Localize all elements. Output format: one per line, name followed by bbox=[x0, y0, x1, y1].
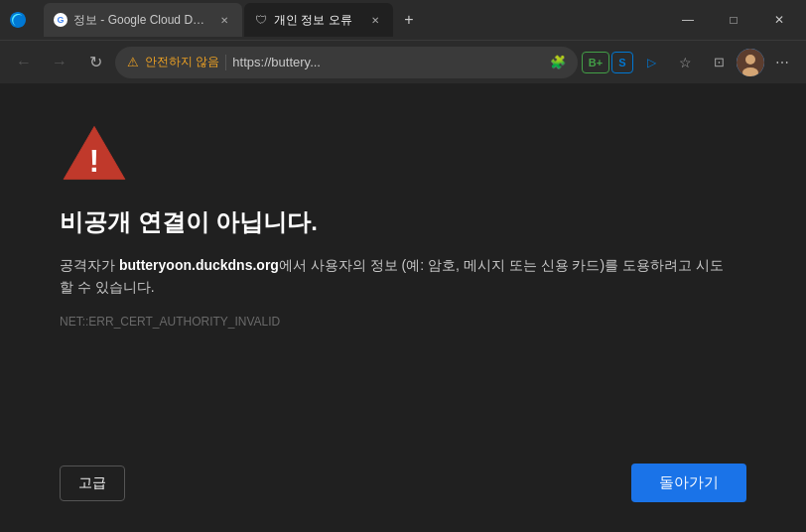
title-bar: G 정보 - Google Cloud Database W ✕ 🛡 개인 정보… bbox=[0, 0, 806, 40]
extensions-button[interactable]: B+ bbox=[582, 52, 609, 73]
tab-1[interactable]: G 정보 - Google Cloud Database W ✕ bbox=[44, 3, 242, 37]
maximize-button[interactable]: □ bbox=[711, 0, 756, 40]
main-content: ! 비공개 연결이 아닙니다. 공격자가 butteryoon.duckdns.… bbox=[0, 83, 806, 532]
address-bar[interactable]: ⚠ 안전하지 않음 https://buttery... 🧩 bbox=[115, 47, 578, 78]
advanced-button[interactable]: 고급 bbox=[60, 466, 125, 501]
tab-2[interactable]: 🛡 개인 정보 오류 ✕ bbox=[244, 3, 393, 37]
error-title: 비공개 연결이 아닙니다. bbox=[60, 206, 746, 238]
tab2-favicon-icon: 🛡 bbox=[254, 13, 268, 27]
tab2-close-button[interactable]: ✕ bbox=[367, 12, 383, 28]
tab-bar: G 정보 - Google Cloud Database W ✕ 🛡 개인 정보… bbox=[36, 0, 665, 40]
error-domain: butteryoon.duckdns.org bbox=[119, 257, 279, 273]
extensions-area-icon: 🧩 bbox=[550, 55, 566, 69]
tab1-title: 정보 - Google Cloud Database W bbox=[73, 12, 210, 29]
go-back-button[interactable]: 돌아가기 bbox=[631, 464, 746, 502]
new-tab-button[interactable]: + bbox=[395, 6, 423, 34]
warning-triangle-icon: ! bbox=[60, 123, 129, 183]
error-body: ! 비공개 연결이 아닙니다. 공격자가 butteryoon.duckdns.… bbox=[60, 123, 746, 454]
security-warning-icon: ⚠ bbox=[127, 55, 139, 69]
collections-button[interactable]: ⊡ bbox=[703, 47, 735, 78]
favorites-button[interactable]: ☆ bbox=[669, 47, 701, 78]
settings-menu-button[interactable]: ⋯ bbox=[766, 47, 798, 78]
bing-button[interactable]: ▷ bbox=[635, 47, 667, 78]
window-controls: — □ ✕ bbox=[665, 0, 806, 40]
tab1-favicon: G bbox=[54, 13, 67, 27]
tab2-title: 개인 정보 오류 bbox=[274, 12, 361, 29]
footer-buttons: 고급 돌아가기 bbox=[60, 454, 746, 502]
browser-logo-icon bbox=[8, 10, 28, 30]
security-label: 안전하지 않음 bbox=[145, 54, 219, 70]
close-button[interactable]: ✕ bbox=[756, 0, 802, 40]
office-button[interactable]: S bbox=[611, 52, 633, 73]
reload-button[interactable]: ↻ bbox=[79, 47, 111, 78]
address-divider bbox=[225, 55, 226, 70]
profile-avatar[interactable] bbox=[737, 49, 764, 76]
svg-text:!: ! bbox=[89, 144, 99, 179]
error-desc-prefix: 공격자가 bbox=[60, 257, 119, 273]
back-nav-button[interactable]: ← bbox=[8, 47, 40, 78]
error-description: 공격자가 butteryoon.duckdns.org에서 사용자의 정보 (예… bbox=[60, 254, 735, 299]
minimize-button[interactable]: — bbox=[665, 0, 711, 40]
url-display: https://buttery... bbox=[232, 55, 544, 69]
error-code: NET::ERR_CERT_AUTHORITY_INVALID bbox=[60, 315, 746, 329]
toolbar-icons: B+ S ▷ ☆ ⊡ ⋯ bbox=[582, 47, 798, 78]
svg-point-1 bbox=[745, 55, 755, 65]
forward-nav-button[interactable]: → bbox=[44, 47, 75, 78]
tab1-close-button[interactable]: ✕ bbox=[216, 12, 232, 28]
nav-bar: ← → ↻ ⚠ 안전하지 않음 https://buttery... 🧩 B+ … bbox=[0, 40, 806, 83]
